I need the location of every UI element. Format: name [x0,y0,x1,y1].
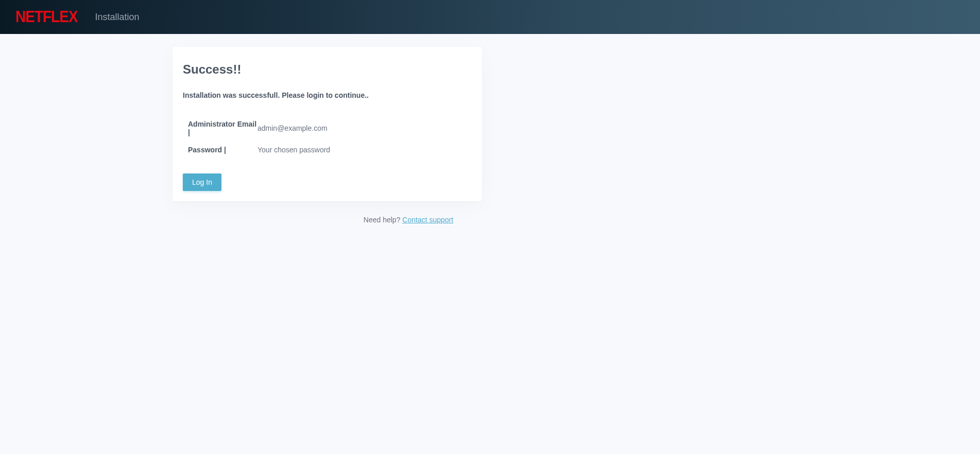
success-card: Success!! Installation was successfull. … [173,47,482,201]
header-title: Installation [95,12,140,23]
logo: NETFLEX [15,8,78,26]
contact-support-link[interactable]: Contact support [402,216,453,224]
info-row-password: Password | Your chosen password [183,146,472,154]
login-button[interactable]: Log In [183,173,221,191]
main-container: Success!! Installation was successfull. … [173,47,482,201]
card-title: Success!! [183,62,472,77]
header: NETFLEX Installation [0,0,980,34]
password-value: Your chosen password [257,146,330,154]
info-row-email: Administrator Email | admin@example.com [183,120,472,136]
help-text: Need help? [364,216,403,224]
email-value: admin@example.com [257,124,328,132]
footer: Need help? Contact support [173,216,644,224]
card-message: Installation was successfull. Please log… [183,91,472,99]
email-label: Administrator Email | [188,120,257,136]
password-label: Password | [188,146,257,154]
